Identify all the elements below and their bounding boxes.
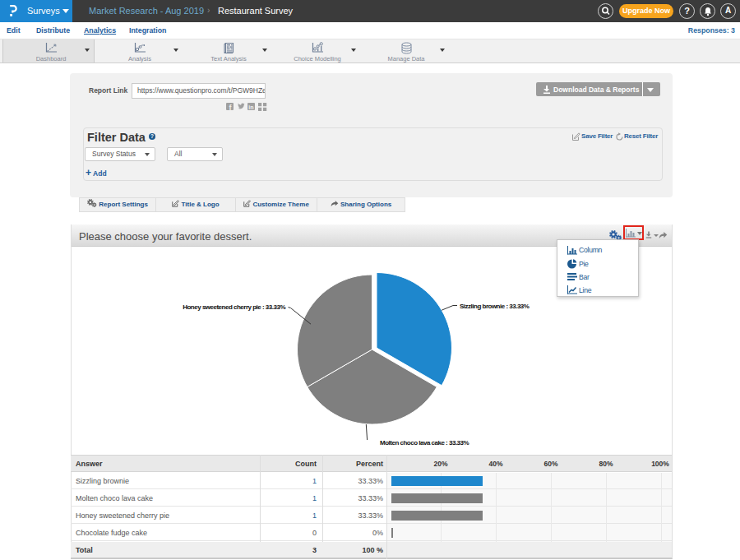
svg-text:Honey sweetened cherry pie : 3: Honey sweetened cherry pie : 33.33% <box>183 303 285 311</box>
svg-text:in: in <box>248 104 253 110</box>
svg-text:Sizzling brownie : 33.33%: Sizzling brownie : 33.33% <box>460 303 530 310</box>
svg-text:Molten choco lava cake : 33.33: Molten choco lava cake : 33.33% <box>380 439 469 447</box>
